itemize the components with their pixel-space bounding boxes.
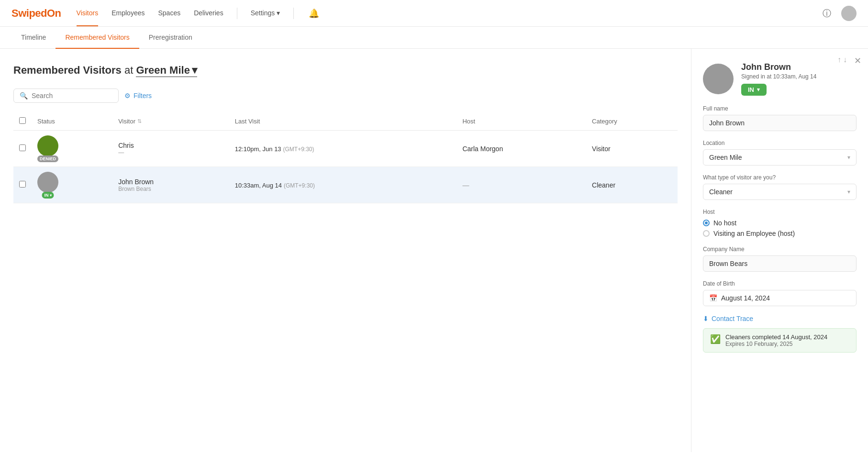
panel-down-button[interactable]: ↓ — [843, 55, 847, 64]
th-select-all[interactable] — [13, 112, 32, 131]
tabs-bar: Timeline Remembered Visitors Preregistra… — [0, 27, 868, 49]
visitor-header: John Brown Signed in at 10:33am, Aug 14 … — [703, 62, 857, 96]
chevron-down-icon: ▾ — [847, 188, 850, 195]
notifications-icon[interactable]: 🔔 — [307, 7, 321, 20]
nav-divider — [237, 8, 237, 19]
visitor-header-avatar — [703, 64, 734, 94]
nav-settings[interactable]: Settings ▾ — [251, 0, 280, 26]
full-name-field: Full name John Brown — [703, 105, 857, 131]
visitor-type-dropdown[interactable]: Cleaner ▾ — [703, 184, 857, 200]
status-badge: DENIED — [37, 155, 58, 162]
company-name-value: Brown Bears — [703, 255, 857, 272]
status-cell: IN ▾ — [32, 167, 112, 203]
cleaners-text: Cleaners completed 14 August, 2024 Expir… — [725, 333, 827, 347]
dob-value: 📅 August 14, 2024 — [703, 290, 857, 306]
no-host-radio[interactable]: No host — [703, 219, 857, 227]
tab-remembered-visitors[interactable]: Remembered Visitors — [56, 27, 139, 49]
nav-right: ⓘ — [820, 6, 857, 21]
status-cell: DENIED — [32, 131, 112, 167]
in-status-button[interactable]: IN ▾ — [741, 84, 767, 96]
signed-in-text: Signed in at 10:33am, Aug 14 — [741, 73, 816, 80]
row-checkbox[interactable] — [19, 144, 26, 151]
row-checkbox[interactable] — [19, 181, 26, 188]
check-circle-icon: ✅ — [710, 334, 721, 344]
contact-trace-link[interactable]: ⬇ Contact Trace — [703, 315, 857, 322]
avatar — [37, 135, 58, 156]
nav-divider-2 — [293, 8, 294, 19]
full-name-value: John Brown — [703, 115, 857, 131]
logo[interactable]: SwipedOn — [11, 7, 61, 20]
chevron-down-icon: ▾ — [847, 154, 850, 161]
category-cell: Cleaner — [586, 167, 678, 203]
chevron-down-icon: ▾ — [277, 9, 280, 17]
visitor-panel-name: John Brown — [741, 62, 816, 72]
visiting-employee-radio[interactable]: Visiting an Employee (host) — [703, 230, 857, 237]
last-visit-cell: 10:33am, Aug 14 (GMT+9:30) — [229, 167, 457, 203]
nav-spaces[interactable]: Spaces — [158, 0, 180, 26]
visitor-name-cell: Chris — — [112, 131, 229, 167]
category-cell: Visitor — [586, 131, 678, 167]
filter-button[interactable]: ⚙ Filters — [124, 92, 152, 100]
nav-visitors[interactable]: Visitors — [77, 0, 99, 26]
location-link[interactable]: Green Mile ▾ — [136, 64, 197, 77]
main-layout: Remembered Visitors at Green Mile ▾ 🔍 ⚙ … — [0, 49, 868, 452]
chevron-down-icon: ▾ — [757, 87, 760, 93]
cleaners-completed-box: ✅ Cleaners completed 14 August, 2024 Exp… — [703, 328, 857, 353]
page-title: Remembered Visitors at Green Mile ▾ — [13, 64, 678, 77]
visitor-header-info: John Brown Signed in at 10:33am, Aug 14 … — [741, 62, 816, 96]
search-input[interactable] — [32, 92, 112, 100]
host-section: Host No host Visiting an Employee (host) — [703, 209, 857, 237]
filter-icon: ⚙ — [124, 92, 131, 100]
nav-employees[interactable]: Employees — [111, 0, 145, 26]
last-visit-cell: 12:10pm, Jun 13 (GMT+9:30) — [229, 131, 457, 167]
table-row[interactable]: IN ▾ John Brown Brown Bears 10:33am, Aug… — [13, 167, 678, 203]
company-name-field: Company Name Brown Bears — [703, 246, 857, 272]
visitor-name-cell: John Brown Brown Bears — [112, 167, 229, 203]
location-field: Location Green Mile ▾ — [703, 140, 857, 166]
dob-field: Date of Birth 📅 August 14, 2024 — [703, 280, 857, 306]
info-icon[interactable]: ⓘ — [820, 7, 834, 20]
chevron-down-icon: ▾ — [50, 193, 52, 198]
search-box[interactable]: 🔍 — [13, 89, 119, 103]
search-filter-row: 🔍 ⚙ Filters — [13, 89, 678, 103]
host-cell: Carla Morgon — [456, 131, 586, 167]
left-content: Remembered Visitors at Green Mile ▾ 🔍 ⚙ … — [0, 49, 691, 452]
row-checkbox-cell[interactable] — [13, 131, 32, 167]
th-visitor[interactable]: Visitor ⇅ — [112, 112, 229, 131]
nav-deliveries[interactable]: Deliveries — [194, 0, 223, 26]
location-dropdown[interactable]: Green Mile ▾ — [703, 149, 857, 166]
tab-preregistration[interactable]: Preregistration — [139, 27, 202, 49]
status-badge: IN ▾ — [42, 192, 54, 199]
th-status: Status — [32, 112, 112, 131]
user-avatar[interactable] — [841, 6, 857, 21]
table-row[interactable]: DENIED Chris — 12:10pm, Jun 13 (GMT+9:30… — [13, 131, 678, 167]
search-icon: 🔍 — [20, 92, 28, 100]
nav-items: Visitors Employees Spaces Deliveries Set… — [77, 0, 805, 26]
sort-icon: ⇅ — [137, 118, 142, 124]
visitor-type-field: What type of visitor are you? Cleaner ▾ — [703, 174, 857, 200]
visitors-table: Status Visitor ⇅ Last Visit Host Categor… — [13, 112, 678, 203]
th-last-visit: Last Visit — [229, 112, 457, 131]
download-icon: ⬇ — [703, 315, 709, 322]
top-nav: SwipedOn Visitors Employees Spaces Deliv… — [0, 0, 868, 27]
th-category: Category — [586, 112, 678, 131]
row-checkbox-cell[interactable] — [13, 167, 32, 203]
panel-close-button[interactable]: ✕ — [854, 55, 861, 66]
host-cell: — — [456, 167, 586, 203]
avatar — [37, 172, 58, 193]
calendar-icon: 📅 — [709, 294, 717, 302]
select-all-checkbox[interactable] — [19, 117, 26, 124]
panel-up-button[interactable]: ↑ — [837, 55, 841, 64]
radio-filled-icon — [703, 220, 710, 226]
radio-empty-icon — [703, 230, 710, 237]
panel-nav-btns: ↑ ↓ — [837, 55, 847, 64]
th-host: Host — [456, 112, 586, 131]
tab-timeline[interactable]: Timeline — [11, 27, 56, 49]
right-panel: ↑ ↓ ✕ John Brown Signed in at 10:33am, A… — [691, 49, 868, 452]
chevron-down-icon: ▾ — [192, 64, 197, 77]
